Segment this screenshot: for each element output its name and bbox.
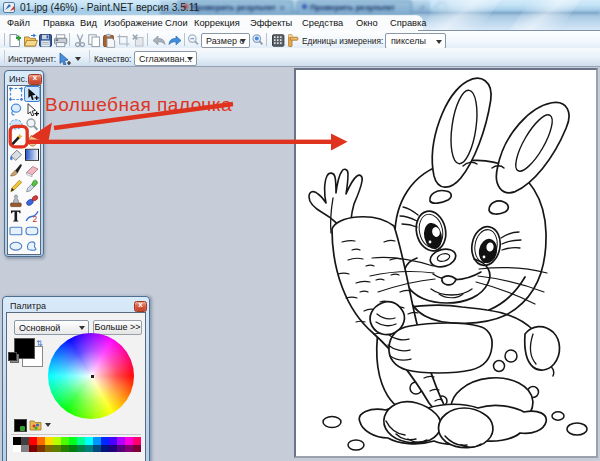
svg-text:2: 2 — [33, 214, 38, 224]
